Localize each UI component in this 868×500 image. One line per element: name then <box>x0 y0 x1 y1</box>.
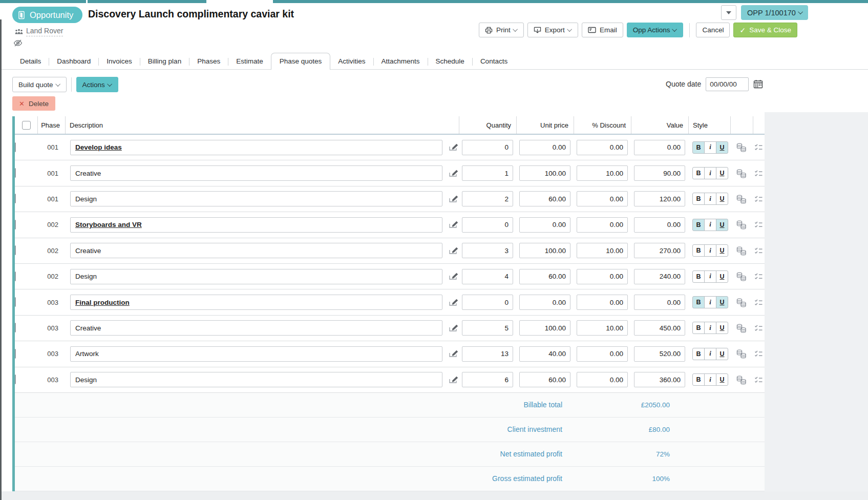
checklist-icon[interactable] <box>754 247 763 255</box>
unit-price-input[interactable] <box>519 372 570 387</box>
underline-button[interactable]: U <box>716 296 728 308</box>
italic-button[interactable]: i <box>704 219 716 231</box>
description-input[interactable] <box>70 372 442 387</box>
coins-icon[interactable] <box>736 142 747 152</box>
record-id-badge[interactable]: OPP 1/100170 <box>741 5 808 20</box>
tab-attachments[interactable]: Attachments <box>374 54 428 69</box>
underline-button[interactable]: U <box>716 193 728 205</box>
quantity-input[interactable] <box>462 346 513 362</box>
opp-actions-button[interactable]: Opp Actions <box>627 23 684 37</box>
description-input[interactable] <box>70 140 442 155</box>
delete-button[interactable]: ✕ Delete <box>12 96 55 111</box>
coins-icon[interactable] <box>736 220 747 230</box>
quantity-input[interactable] <box>462 243 513 258</box>
italic-button[interactable]: i <box>704 270 716 283</box>
tab-phase-quotes[interactable]: Phase quotes <box>271 53 331 70</box>
unit-price-input[interactable] <box>519 320 570 336</box>
coins-icon[interactable] <box>736 272 747 281</box>
select-all-checkbox[interactable] <box>22 121 31 130</box>
italic-button[interactable]: i <box>704 167 716 179</box>
tab-contacts[interactable]: Contacts <box>473 54 515 69</box>
checklist-icon[interactable] <box>754 299 763 306</box>
cancel-button[interactable]: Cancel <box>696 23 730 37</box>
quantity-input[interactable] <box>462 191 513 206</box>
coins-icon[interactable] <box>736 323 747 333</box>
bold-button[interactable]: B <box>692 373 705 386</box>
checklist-icon[interactable] <box>754 273 763 280</box>
bold-button[interactable]: B <box>692 244 705 257</box>
underline-button[interactable]: U <box>716 141 728 154</box>
unit-price-input[interactable] <box>519 140 570 155</box>
checklist-icon[interactable] <box>754 195 763 203</box>
underline-button[interactable]: U <box>716 219 728 231</box>
discount-input[interactable] <box>577 346 628 362</box>
unit-price-input[interactable] <box>519 191 570 206</box>
row-checkbox[interactable] <box>15 142 16 152</box>
discount-input[interactable] <box>577 372 628 387</box>
description-input[interactable] <box>70 269 442 284</box>
value-input[interactable] <box>634 346 685 362</box>
discount-input[interactable] <box>577 140 628 155</box>
build-quote-button[interactable]: Build quote <box>12 77 67 92</box>
unit-price-input[interactable] <box>519 243 570 258</box>
quantity-input[interactable] <box>462 295 513 310</box>
checklist-icon[interactable] <box>754 376 763 384</box>
tab-invoices[interactable]: Invoices <box>99 54 140 69</box>
underline-button[interactable]: U <box>716 167 728 179</box>
quantity-input[interactable] <box>462 320 513 336</box>
quantity-input[interactable] <box>462 165 513 181</box>
discount-input[interactable] <box>577 295 628 310</box>
description-input[interactable] <box>70 191 442 206</box>
email-button[interactable]: Email <box>582 23 623 37</box>
row-checkbox[interactable] <box>15 220 16 230</box>
export-button[interactable]: Export <box>527 23 578 37</box>
description-input[interactable] <box>70 320 442 336</box>
bold-button[interactable]: B <box>692 322 705 334</box>
checklist-icon[interactable] <box>754 350 763 358</box>
description-input[interactable] <box>70 217 442 233</box>
print-button[interactable]: Print <box>479 23 524 37</box>
underline-button[interactable]: U <box>716 373 728 386</box>
bold-button[interactable]: B <box>692 193 705 205</box>
coins-icon[interactable] <box>736 246 747 256</box>
save-close-button[interactable]: ✓ Save & Close <box>733 23 797 37</box>
coins-icon[interactable] <box>736 169 747 178</box>
bold-button[interactable]: B <box>692 296 705 308</box>
value-input[interactable] <box>634 140 685 155</box>
discount-input[interactable] <box>577 269 628 284</box>
tab-phases[interactable]: Phases <box>189 54 228 69</box>
italic-button[interactable]: i <box>704 244 716 257</box>
quantity-input[interactable] <box>462 269 513 284</box>
description-input[interactable] <box>70 243 442 258</box>
value-input[interactable] <box>634 243 685 258</box>
edit-description-icon[interactable] <box>449 195 459 203</box>
underline-button[interactable]: U <box>716 348 728 360</box>
italic-button[interactable]: i <box>704 193 716 205</box>
row-checkbox[interactable] <box>15 297 16 307</box>
italic-button[interactable]: i <box>704 296 716 308</box>
coins-icon[interactable] <box>736 194 747 204</box>
quantity-input[interactable] <box>462 372 513 387</box>
unit-price-input[interactable] <box>519 346 570 362</box>
row-checkbox[interactable] <box>15 168 16 178</box>
italic-button[interactable]: i <box>704 141 716 154</box>
description-input[interactable] <box>70 346 442 362</box>
underline-button[interactable]: U <box>716 270 728 283</box>
italic-button[interactable]: i <box>704 322 716 334</box>
coins-icon[interactable] <box>736 298 747 307</box>
value-input[interactable] <box>634 269 685 284</box>
edit-description-icon[interactable] <box>449 272 459 281</box>
row-checkbox[interactable] <box>15 374 16 384</box>
unit-price-input[interactable] <box>519 165 570 181</box>
underline-button[interactable]: U <box>716 322 728 334</box>
bold-button[interactable]: B <box>692 167 705 179</box>
tab-schedule[interactable]: Schedule <box>428 54 472 69</box>
unit-price-input[interactable] <box>519 295 570 310</box>
tab-details[interactable]: Details <box>12 54 49 69</box>
edit-description-icon[interactable] <box>449 349 459 358</box>
row-checkbox[interactable] <box>15 349 16 359</box>
bold-button[interactable]: B <box>692 219 705 231</box>
row-checkbox[interactable] <box>15 272 16 281</box>
visibility-off-icon[interactable] <box>13 39 23 47</box>
value-input[interactable] <box>634 191 685 206</box>
